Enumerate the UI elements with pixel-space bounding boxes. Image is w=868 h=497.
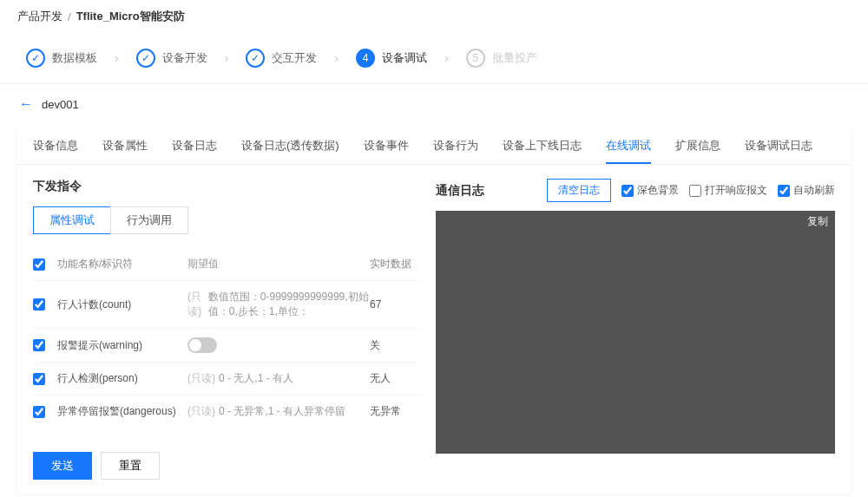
step-2[interactable]: ✓ 设备开发 — [136, 49, 207, 68]
property-name: 行人检测(person) — [57, 371, 187, 386]
check-icon: ✓ — [246, 49, 265, 68]
chevron-right-icon: › — [115, 51, 119, 65]
step-number-icon: 4 — [356, 49, 375, 68]
breadcrumb-parent[interactable]: 产品开发 — [17, 9, 62, 24]
step-1[interactable]: ✓ 数据模板 — [26, 49, 97, 68]
check-icon: ✓ — [136, 49, 155, 68]
breadcrumb-sep: / — [68, 10, 71, 23]
realtime-value: 无人 — [370, 371, 422, 386]
row-checkbox[interactable] — [33, 298, 45, 311]
tab[interactable]: 设备日志 — [172, 134, 217, 164]
toggle-switch[interactable] — [187, 337, 217, 353]
expected-value: (只读) 0 - 无异常,1 - 有人异常停留 — [187, 404, 370, 419]
tab[interactable]: 设备日志(透传数据) — [241, 134, 339, 164]
clear-log-button[interactable]: 清空日志 — [547, 179, 611, 202]
tab[interactable]: 设备事件 — [364, 134, 409, 164]
expected-value — [187, 337, 370, 353]
step-5[interactable]: 5 批量投产 — [466, 49, 537, 68]
expected-value: (只读) 数值范围：0-9999999999999,初始值：0,步长：1,单位： — [187, 290, 370, 319]
breadcrumb-current: Tflite_Micro智能安防 — [76, 9, 185, 24]
property-name: 行人计数(count) — [57, 298, 187, 312]
command-title: 下发指令 — [33, 179, 422, 194]
th-name: 功能名称/标识符 — [57, 257, 187, 271]
auto-refresh-checkbox[interactable]: 自动刷新 — [778, 183, 835, 198]
step-3[interactable]: ✓ 交互开发 — [246, 49, 317, 68]
expand-response-checkbox[interactable]: 打开响应报文 — [689, 183, 767, 198]
property-name: 异常停留报警(dangerous) — [57, 404, 187, 419]
log-title: 通信日志 — [436, 183, 484, 199]
step-bar: ✓ 数据模板 › ✓ 设备开发 › ✓ 交互开发 › 4 设备调试 › 5 批量… — [0, 33, 868, 84]
realtime-value: 无异常 — [370, 404, 422, 419]
tab[interactable]: 设备调试日志 — [745, 134, 812, 164]
log-panel: 复制 — [436, 211, 835, 454]
check-icon: ✓ — [26, 49, 45, 68]
property-name: 报警提示(warning) — [57, 338, 187, 353]
row-checkbox[interactable] — [33, 339, 45, 351]
step-4[interactable]: 4 设备调试 — [356, 49, 427, 68]
expected-value: (只读) 0 - 无人,1 - 有人 — [187, 371, 370, 386]
reset-button[interactable]: 重置 — [101, 452, 160, 480]
tab[interactable]: 设备行为 — [433, 134, 478, 164]
back-arrow-icon[interactable]: ← — [19, 96, 33, 112]
property-row: 报警提示(warning)关 — [33, 328, 422, 362]
chevron-right-icon: › — [444, 51, 449, 65]
dark-bg-checkbox[interactable]: 深色背景 — [621, 183, 679, 198]
copy-button[interactable]: 复制 — [807, 214, 828, 229]
tabs: 设备信息设备属性设备日志设备日志(透传数据)设备事件设备行为设备上下线日志在线调… — [17, 124, 851, 165]
device-name: dev001 — [42, 98, 79, 111]
step-number-icon: 5 — [466, 49, 485, 68]
tab[interactable]: 设备上下线日志 — [503, 134, 582, 164]
chevron-right-icon: › — [334, 51, 339, 65]
chevron-right-icon: › — [225, 51, 229, 65]
send-button[interactable]: 发送 — [33, 452, 92, 480]
tab[interactable]: 设备信息 — [33, 134, 78, 164]
row-checkbox[interactable] — [33, 373, 45, 385]
property-row: 行人检测(person)(只读) 0 - 无人,1 - 有人无人 — [33, 362, 422, 395]
property-row: 异常停留报警(dangerous)(只读) 0 - 无异常,1 - 有人异常停留… — [33, 395, 422, 428]
tab[interactable]: 设备属性 — [102, 134, 148, 164]
tab[interactable]: 扩展信息 — [675, 134, 720, 164]
breadcrumb: 产品开发 / Tflite_Micro智能安防 — [0, 0, 868, 33]
th-real: 实时数据 — [370, 257, 422, 271]
realtime-value: 关 — [370, 338, 422, 353]
tab[interactable]: 在线调试 — [606, 134, 651, 164]
realtime-value: 67 — [370, 298, 422, 311]
subtab-action[interactable]: 行为调用 — [110, 206, 188, 234]
row-checkbox[interactable] — [33, 406, 45, 418]
subtab-property[interactable]: 属性调试 — [33, 206, 110, 234]
select-all-checkbox[interactable] — [33, 258, 45, 271]
property-row: 行人计数(count)(只读) 数值范围：0-9999999999999,初始值… — [33, 280, 422, 328]
th-expect: 期望值 — [187, 257, 370, 271]
